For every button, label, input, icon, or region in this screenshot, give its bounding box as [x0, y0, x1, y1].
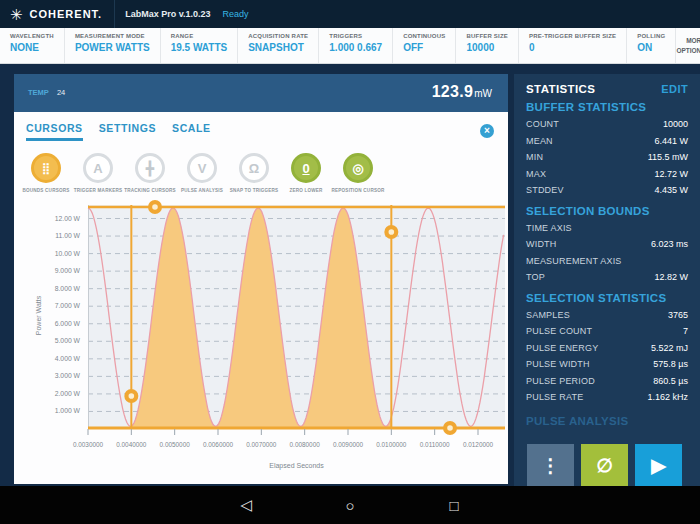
stat-label: PULSE ENERGY [526, 343, 598, 353]
x-tick-label: 0.0070000 [239, 441, 283, 448]
x-tick-label: 0.0080000 [283, 441, 327, 448]
tool-pulse-analysis[interactable]: VPULSE ANALYSIS [176, 153, 228, 193]
temperature-readout: TEMP 24 [28, 88, 65, 97]
toolbar-item-value: SNAPSHOT [248, 42, 308, 53]
toolbar-item-wavelength[interactable]: WAVELENGTHNONE [0, 28, 65, 63]
y-tick-label: 12.00 W [14, 215, 80, 222]
y-tick-label: 4.000 W [14, 355, 80, 362]
play-icon: ▶ [651, 456, 666, 475]
close-icon[interactable]: × [480, 124, 494, 138]
tool-tracking-cursors[interactable]: ╋TRACKING CURSORS [124, 153, 176, 193]
stat-value: 3765 [668, 310, 688, 320]
tool-zero-lower[interactable]: 0ZERO LOWER [280, 153, 332, 193]
status-text: Ready [223, 9, 249, 19]
toolbar-item-continuous[interactable]: CONTINUOUSOFF [393, 28, 456, 63]
tool-reposition-cursor[interactable]: ◎REPOSITION CURSOR [332, 153, 384, 193]
stat-row-measurement-axis: MEASUREMENT AXIS [526, 253, 688, 270]
stat-label: PULSE RATE [526, 392, 583, 402]
tool-snap-to-triggers[interactable]: ΩSNAP TO TRIGGERS [228, 153, 280, 193]
stat-label: COUNT [526, 119, 559, 129]
more-actions-button[interactable]: ⋮ [527, 444, 574, 486]
home-icon[interactable]: ○ [336, 497, 364, 514]
stat-label: STDDEV [526, 185, 564, 195]
toolbar-item-value: NONE [10, 42, 54, 53]
more-options-button[interactable]: MORE OPTIONS [676, 28, 700, 63]
chart-panel-header: TEMP 24 123.9mW [14, 74, 508, 112]
x-tick-label: 0.0030000 [66, 441, 110, 448]
toolbar-item-label: MEASUREMENT MODE [75, 33, 150, 39]
stat-row-min: MIN115.5 mW [526, 149, 688, 166]
toolbar-item-triggers[interactable]: TRIGGERS1.000 0.667 [319, 28, 393, 63]
toolbar-item-label: PRE-TRIGGER BUFFER SIZE [529, 33, 616, 39]
toolbar-item-label: TRIGGERS [329, 33, 382, 39]
zero-button[interactable]: ∅ [581, 444, 628, 486]
stat-value: 7 [683, 326, 688, 336]
trigger-markers-icon: A [83, 153, 113, 183]
section-heading-selection-statistics: SELECTION STATISTICS [526, 292, 688, 304]
stat-value: 575.8 µs [653, 359, 688, 369]
tab-settings[interactable]: SETTINGS [99, 122, 156, 141]
back-icon[interactable]: ◁ [232, 496, 260, 514]
toolbar-items: WAVELENGTHNONEMEASUREMENT MODEPOWER WATT… [0, 28, 676, 63]
section-heading-selection-bounds: SELECTION BOUNDS [526, 205, 688, 217]
title-bar: ✳ COHERENT. LabMax Pro v.1.0.23 Ready [0, 0, 700, 28]
waveform-chart[interactable] [88, 205, 505, 429]
android-nav-bar: ◁○□ [0, 486, 700, 524]
toolbar-item-acquisition-rate[interactable]: ACQUISITION RATESNAPSHOT [238, 28, 319, 63]
section-heading-buffer-statistics: BUFFER STATISTICS [526, 101, 688, 113]
y-tick-label: 8.000 W [14, 285, 80, 292]
toolbar-item-measurement-mode[interactable]: MEASUREMENT MODEPOWER WATTS [65, 28, 161, 63]
y-axis-title: Power Watts [35, 266, 42, 366]
toolbar-item-label: WAVELENGTH [10, 33, 54, 39]
tool-label: SNAP TO TRIGGERS [230, 188, 279, 193]
toolbar-item-range[interactable]: RANGE19.5 WATTS [161, 28, 239, 63]
tracking-cursors-icon: ╋ [135, 153, 165, 183]
chart-tabs: CURSORS SETTINGS SCALE [26, 122, 211, 141]
tool-bounds-cursors[interactable]: ⣿BOUNDS CURSORS [20, 153, 72, 193]
stat-label: MIN [526, 152, 543, 162]
stat-row-max: MAX12.72 W [526, 166, 688, 183]
stat-row-time-axis: TIME AXIS [526, 220, 688, 237]
bounds-cursors-icon: ⣿ [31, 153, 61, 183]
start-button[interactable]: ▶ [635, 444, 682, 486]
stat-row-samples: SAMPLES3765 [526, 307, 688, 324]
recents-icon[interactable]: □ [440, 497, 468, 514]
edit-button[interactable]: EDIT [661, 83, 688, 95]
stat-label: SAMPLES [526, 310, 570, 320]
stat-label: MAX [526, 169, 546, 179]
tool-label: BOUNDS CURSORS [23, 188, 70, 193]
statistics-title-row: STATISTICS EDIT [526, 83, 688, 95]
toolbar-item-label: BUFFER SIZE [466, 33, 508, 39]
live-power-value: 123.9 [432, 83, 474, 100]
tab-scale[interactable]: SCALE [172, 122, 211, 141]
toolbar-item-label: POLLING [637, 33, 665, 39]
tool-label: TRIGGER MARKERS [74, 188, 122, 193]
toolbar-item-value: OFF [403, 42, 445, 53]
tool-trigger-markers[interactable]: ATRIGGER MARKERS [72, 153, 124, 193]
stat-value: 12.72 W [654, 169, 688, 179]
y-tick-label: 7.000 W [14, 302, 80, 309]
x-tick-label: 0.0110000 [413, 441, 457, 448]
toolbar-item-pre-trigger-buffer-size[interactable]: PRE-TRIGGER BUFFER SIZE0 [519, 28, 627, 63]
labmax-pro-app: ✳ COHERENT. LabMax Pro v.1.0.23 Ready WA… [0, 0, 700, 524]
brand-name: COHERENT. [30, 8, 103, 20]
stat-row-pulse-period: PULSE PERIOD860.5 µs [526, 373, 688, 390]
stat-value: 6.023 ms [651, 239, 688, 249]
stat-label: TIME AXIS [526, 223, 572, 233]
y-tick-label: 2.000 W [14, 390, 80, 397]
stats-buttons: ⋮∅▶ [527, 444, 682, 486]
pulse-analysis-icon: V [187, 153, 217, 183]
stats-sections: BUFFER STATISTICSCOUNT10000MEAN6.441 WMI… [526, 101, 688, 427]
toolbar-item-buffer-size[interactable]: BUFFER SIZE10000 [456, 28, 519, 63]
stat-value: 860.5 µs [653, 376, 688, 386]
stat-row-stddev: STDDEV4.435 W [526, 182, 688, 199]
tab-cursors[interactable]: CURSORS [26, 122, 83, 141]
y-tick-label: 9.000 W [14, 267, 80, 274]
toolbar-item-value: 10000 [466, 42, 508, 53]
live-power-readout: 123.9mW [432, 83, 492, 101]
toolbar-item-polling[interactable]: POLLINGON [627, 28, 676, 63]
temperature-value: 24 [57, 88, 65, 97]
y-tick-label: 10.00 W [14, 250, 80, 257]
null-icon: ∅ [596, 456, 613, 475]
stat-value: 115.5 mW [648, 152, 688, 162]
